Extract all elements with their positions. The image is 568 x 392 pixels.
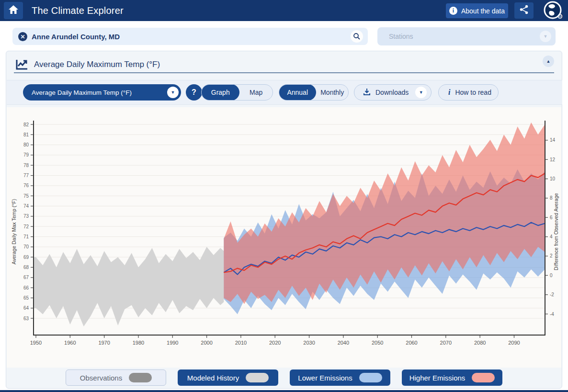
tab-monthly[interactable]: Monthly (316, 85, 348, 100)
location-value: Anne Arundel County, MD (32, 28, 120, 45)
chart-text: 0 (550, 273, 553, 278)
chart-text: 63 (23, 316, 29, 321)
legend-lower-emissions-button[interactable]: Lower Emissions (290, 370, 390, 386)
chart-text: 68 (23, 265, 29, 270)
share-button[interactable] (514, 2, 534, 19)
modeled-history-swatch (246, 373, 269, 382)
observations-swatch (129, 373, 152, 382)
chart-text: 80 (23, 142, 29, 147)
chart-text: 2080 (474, 340, 486, 346)
chart-text: 75 (23, 193, 29, 199)
chart-text: -2 (550, 292, 554, 297)
controls-row: Average Daily Maximum Temp (°F) ▼ ? Grap… (7, 80, 562, 105)
chart-text: 1960 (64, 340, 76, 346)
chart-text: 2040 (338, 340, 349, 346)
info-icon: i (448, 88, 450, 97)
chart-text: 1950 (30, 340, 42, 346)
chart-text: Average Daily Max Temp (°F) (11, 199, 17, 265)
how-to-read-label: How to read (455, 89, 491, 96)
how-to-read-button[interactable]: i How to read (438, 84, 499, 101)
chart-text: 2090 (508, 340, 520, 346)
chart-text: 70 (23, 244, 29, 249)
chart-text: 1990 (167, 340, 178, 346)
chevron-down-icon: ▼ (167, 87, 179, 98)
legend-higher-emissions-button[interactable]: Higher Emissions (402, 370, 502, 386)
chart-text: 67 (23, 275, 29, 280)
chart-text: 1970 (98, 340, 110, 346)
gear-icon: ⚙ (557, 12, 563, 20)
chevron-down-icon: ▼ (540, 31, 551, 42)
footer-bar (0, 390, 568, 392)
help-button[interactable]: ? (186, 84, 202, 101)
chart-text: 66 (23, 285, 29, 291)
chart-text: 77 (23, 173, 29, 178)
stations-placeholder: Stations (389, 27, 413, 45)
chevron-down-icon: ▼ (415, 87, 427, 98)
legend-higher-emissions-label: Higher Emissions (409, 374, 466, 382)
variable-selector-dropdown[interactable]: Average Daily Maximum Temp (°F) ▼ (23, 84, 181, 101)
about-the-data-label: About the data (461, 7, 505, 15)
chart-text: 73 (23, 213, 29, 219)
chart-text: 64 (23, 305, 29, 311)
legend-modeled-history-label: Modeled History (187, 374, 239, 382)
chart-text: 2020 (269, 340, 281, 346)
climate-chart-canvas[interactable]: 6364656667686970717273747576777879808182… (0, 106, 568, 369)
tab-annual[interactable]: Annual (279, 84, 316, 101)
chart-text: 71 (23, 234, 29, 239)
chart-text: 8 (550, 195, 553, 201)
info-icon: i (449, 7, 457, 15)
app-title: The Climate Explorer (32, 0, 124, 21)
clear-location-icon[interactable]: ✕ (18, 32, 27, 41)
search-row: ✕ Anne Arundel County, MD Stations ▼ (0, 21, 568, 51)
chart-legend: Observations Modeled History Lower Emiss… (66, 370, 502, 386)
legend-observations-label: Observations (80, 374, 122, 382)
collapse-icon: ▲ (546, 59, 551, 64)
chart-text: 2060 (406, 340, 417, 346)
navbar: The Climate Explorer i About the data ⚙ (0, 0, 568, 21)
globe-gear-logo[interactable]: ⚙ (541, 0, 564, 22)
chart-text: 72 (23, 224, 29, 229)
home-button[interactable] (4, 2, 23, 19)
chart-text: 2050 (372, 340, 383, 346)
home-icon (8, 5, 19, 16)
chart-text: 78 (23, 163, 29, 168)
chart-text: 12 (550, 157, 556, 162)
about-the-data-button[interactable]: i About the data (446, 3, 508, 18)
chart-text: 74 (23, 203, 29, 209)
chart-text: 76 (23, 183, 29, 188)
downloads-label: Downloads (375, 89, 409, 96)
chart-text: 6 (550, 215, 553, 220)
chart-text: 2 (550, 253, 553, 258)
view-toggle: Graph Map (201, 84, 273, 101)
location-search-input[interactable]: ✕ Anne Arundel County, MD (12, 28, 368, 45)
tab-graph[interactable]: Graph (201, 84, 239, 101)
chart-text: 10 (550, 176, 556, 181)
search-icon[interactable] (351, 30, 363, 43)
downloads-button[interactable]: Downloads ▼ (354, 84, 432, 101)
variable-selector-value: Average Daily Maximum Temp (°F) (32, 89, 132, 96)
download-icon (363, 88, 371, 97)
stations-dropdown[interactable]: Stations ▼ (377, 27, 556, 45)
card-divider (14, 72, 554, 73)
chart-text: 79 (23, 152, 29, 157)
chart-text: 4 (550, 234, 553, 239)
chart-text: 2070 (440, 340, 452, 346)
share-icon (519, 4, 529, 17)
chart-text: 1980 (133, 340, 144, 346)
line-chart-icon (15, 58, 28, 71)
chart-text: Difference from Observed Average (553, 193, 559, 270)
tab-map[interactable]: Map (239, 85, 273, 100)
legend-modeled-history-button[interactable]: Modeled History (178, 370, 278, 386)
chart-text: 82 (23, 122, 29, 127)
lower-emissions-swatch (359, 373, 382, 382)
chart-text: 2010 (235, 340, 247, 346)
chart-text: -4 (550, 312, 554, 317)
legend-observations-button[interactable]: Observations (66, 370, 166, 386)
chart-text: 2030 (303, 340, 315, 346)
chart-text: 65 (23, 295, 29, 301)
chart-text: 2000 (201, 340, 212, 346)
chart-text: 69 (23, 255, 29, 260)
legend-lower-emissions-label: Lower Emissions (298, 374, 352, 382)
higher-emissions-swatch (472, 373, 495, 382)
collapse-card-button[interactable]: ▲ (543, 56, 554, 67)
